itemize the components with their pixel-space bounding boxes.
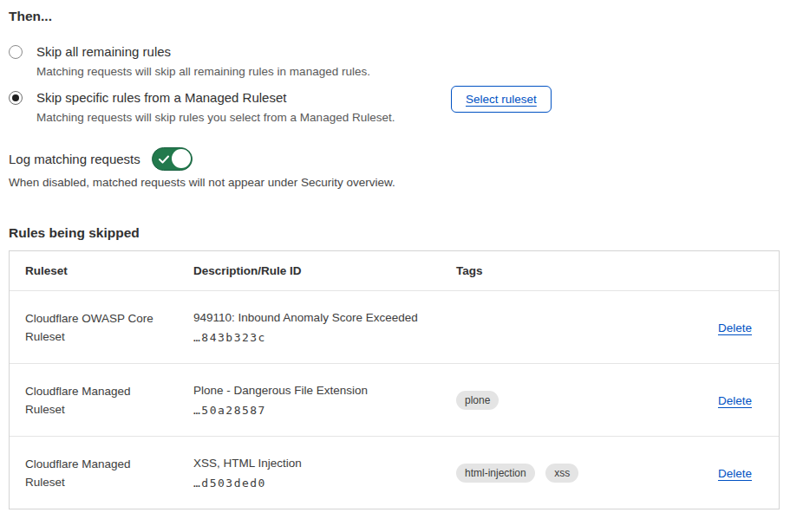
ruleset-cell: Cloudflare Managed Ruleset [25, 382, 173, 418]
delete-link[interactable]: Delete [718, 394, 752, 407]
tag-badge: xss [545, 464, 578, 483]
column-header-description-rule-id: Description/Rule ID [193, 264, 456, 277]
actions-cell: Delete [718, 393, 752, 408]
rule-description: XSS, HTML Injection [193, 457, 456, 470]
column-header-ruleset: Ruleset [25, 264, 193, 277]
option-skip-all-description: Matching requests will skip all remainin… [36, 64, 370, 80]
rule-description: Plone - Dangerous File Extension [193, 384, 456, 397]
option-skip-specific-text: Skip specific rules from a Managed Rules… [36, 89, 395, 126]
tag-badge: html-injection [456, 464, 535, 483]
log-toggle-description: When disabled, matched requests will not… [9, 176, 395, 189]
option-skip-all-text: Skip all remaining rules Matching reques… [36, 43, 370, 80]
log-matching-requests-row: Log matching requests [9, 147, 193, 171]
actions-cell: Delete [718, 465, 752, 481]
option-skip-all-rules[interactable]: Skip all remaining rules Matching reques… [9, 43, 370, 80]
rule-id: …d503ded0 [193, 477, 456, 490]
delete-link[interactable]: Delete [718, 467, 752, 480]
column-header-tags: Tags [456, 264, 682, 277]
table-header-row: Ruleset Description/Rule ID Tags [10, 251, 779, 290]
radio-selected-icon[interactable] [9, 91, 23, 105]
tags-cell: plone [456, 391, 682, 410]
description-cell: XSS, HTML Injection …d503ded0 [193, 457, 456, 490]
tags-cell: html-injection xss [456, 464, 682, 483]
rule-id: …50a28587 [193, 404, 456, 417]
ruleset-cell: Cloudflare OWASP Core Ruleset [25, 309, 173, 346]
log-matching-requests-label: Log matching requests [9, 152, 140, 166]
radio-unselected-icon[interactable] [9, 45, 23, 59]
rule-id: …843b323c [193, 331, 456, 344]
then-heading: Then... [9, 9, 52, 24]
rule-description: 949110: Inbound Anomaly Score Exceeded [193, 311, 456, 324]
option-skip-specific-label: Skip specific rules from a Managed Rules… [36, 89, 395, 107]
rules-being-skipped-table: Ruleset Description/Rule ID Tags Cloudfl… [9, 250, 780, 509]
log-toggle-switch[interactable] [152, 147, 193, 171]
delete-link[interactable]: Delete [718, 321, 752, 334]
select-ruleset-button[interactable]: Select ruleset [451, 86, 552, 113]
description-cell: 949110: Inbound Anomaly Score Exceeded …… [193, 311, 456, 344]
rules-being-skipped-heading: Rules being skipped [9, 225, 140, 241]
option-skip-specific-rules[interactable]: Skip specific rules from a Managed Rules… [9, 89, 395, 126]
table-row: Cloudflare Managed Ruleset Plone - Dange… [10, 363, 779, 436]
toggle-knob [172, 149, 191, 168]
description-cell: Plone - Dangerous File Extension …50a285… [193, 384, 456, 417]
option-skip-all-label: Skip all remaining rules [36, 43, 370, 61]
table-row: Cloudflare OWASP Core Ruleset 949110: In… [10, 290, 779, 363]
table-row: Cloudflare Managed Ruleset XSS, HTML Inj… [10, 436, 779, 509]
ruleset-cell: Cloudflare Managed Ruleset [25, 455, 173, 491]
option-skip-specific-description: Matching requests will skip rules you se… [36, 110, 395, 126]
actions-cell: Delete [718, 320, 752, 335]
check-icon [159, 155, 169, 164]
tag-badge: plone [456, 391, 499, 410]
waf-skip-rule-form: Then... Skip all remaining rules Matchin… [0, 0, 790, 532]
